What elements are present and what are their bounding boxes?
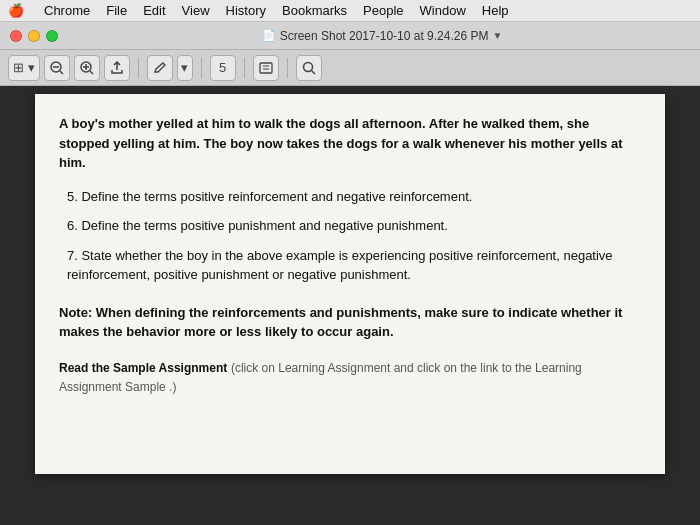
svg-line-11 (311, 70, 315, 74)
annotate-button[interactable] (147, 55, 173, 81)
edit-icon (259, 61, 273, 75)
menu-edit[interactable]: Edit (135, 0, 173, 22)
page-number-button[interactable]: 5 (210, 55, 236, 81)
document-icon: 📄 (262, 29, 276, 42)
share-button[interactable] (104, 55, 130, 81)
toolbar-separator-3 (244, 58, 245, 78)
view-select[interactable]: ⊞ ▾ (8, 55, 40, 81)
annotate-icon (153, 61, 167, 75)
toolbar-separator-1 (138, 58, 139, 78)
minimize-button[interactable] (28, 30, 40, 42)
svg-point-10 (303, 62, 312, 71)
read-section: Read the Sample Assignment (click on Lea… (59, 358, 641, 397)
svg-rect-7 (260, 63, 272, 73)
view-mode-button[interactable]: ⊞ ▾ (8, 55, 40, 81)
note-section: Note: When defining the reinforcements a… (59, 303, 641, 342)
maximize-button[interactable] (46, 30, 58, 42)
menu-file[interactable]: File (98, 0, 135, 22)
svg-line-4 (90, 71, 93, 74)
content-wrapper: A boy's mother yelled at him to walk the… (0, 86, 700, 525)
window-controls (10, 30, 58, 42)
share-icon (110, 61, 124, 75)
question-5: 5. Define the terms positive reinforceme… (59, 187, 641, 207)
close-button[interactable] (10, 30, 22, 42)
zoom-out-icon (50, 61, 64, 75)
menu-help[interactable]: Help (474, 0, 517, 22)
menu-bookmarks[interactable]: Bookmarks (274, 0, 355, 22)
intro-paragraph: A boy's mother yelled at him to walk the… (59, 114, 641, 173)
menu-view[interactable]: View (174, 0, 218, 22)
note-content: When defining the reinforcements and pun… (59, 305, 622, 340)
note-text: Note: When defining the reinforcements a… (59, 303, 641, 342)
question-6: 6. Define the terms positive punishment … (59, 216, 641, 236)
note-label: Note: (59, 305, 92, 320)
menu-history[interactable]: History (218, 0, 274, 22)
document: A boy's mother yelled at him to walk the… (35, 94, 665, 474)
title-bar: 📄 Screen Shot 2017-10-10 at 9.24.26 PM ▼ (0, 22, 700, 50)
menu-window[interactable]: Window (412, 0, 474, 22)
zoom-in-button[interactable] (74, 55, 100, 81)
zoom-in-icon (80, 61, 94, 75)
window-title: 📄 Screen Shot 2017-10-10 at 9.24.26 PM ▼ (74, 29, 690, 43)
question-7: 7. State whether the boy in the above ex… (59, 246, 641, 285)
menu-people[interactable]: People (355, 0, 411, 22)
search-icon (302, 61, 316, 75)
search-button[interactable] (296, 55, 322, 81)
title-label: Screen Shot 2017-10-10 at 9.24.26 PM (280, 29, 489, 43)
edit-button[interactable] (253, 55, 279, 81)
menu-chrome[interactable]: Chrome (36, 0, 98, 22)
toolbar-separator-2 (201, 58, 202, 78)
toolbar: ⊞ ▾ ▾ 5 (0, 50, 700, 86)
toolbar-separator-4 (287, 58, 288, 78)
annotate-dropdown[interactable]: ▾ (177, 55, 193, 81)
apple-logo-icon: 🍎 (8, 3, 24, 18)
svg-line-1 (60, 71, 63, 74)
menu-bar: 🍎 Chrome File Edit View History Bookmark… (0, 0, 700, 22)
read-paragraph: Read the Sample Assignment (click on Lea… (59, 358, 641, 397)
read-link[interactable]: Read the Sample Assignment (59, 361, 227, 375)
zoom-out-button[interactable] (44, 55, 70, 81)
title-dropdown-icon[interactable]: ▼ (492, 30, 502, 41)
